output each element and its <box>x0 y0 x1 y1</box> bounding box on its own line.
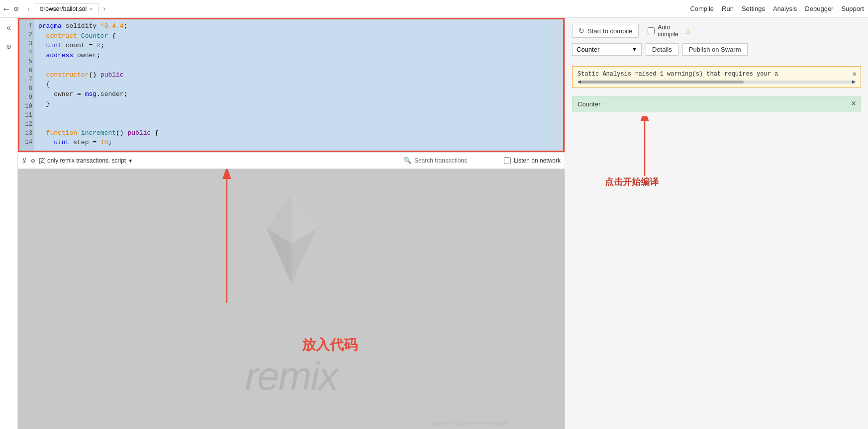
tab-area: ‹ browser/ballot.sol × › <box>24 3 684 14</box>
auto-compile-checkbox[interactable] <box>648 27 655 34</box>
compile-section: ↻ Start to compile Auto compile ⚠ Counte… <box>565 18 868 62</box>
circle-icon[interactable]: ⊙ <box>14 4 19 14</box>
details-button[interactable]: Details <box>646 43 678 56</box>
arrow-to-compile <box>565 116 868 429</box>
search-icon: 🔍 <box>403 157 411 165</box>
tx-search-area: 🔍 <box>403 157 494 165</box>
remix-watermark: remix <box>245 353 338 399</box>
dropdown-arrow-icon: ▼ <box>128 158 133 164</box>
annotation-cn-text: 放入代码 <box>302 337 358 352</box>
compile-row1: ↻ Start to compile Auto compile ⚠ <box>572 24 861 38</box>
sidebar-collapse-icon[interactable]: « <box>4 22 13 35</box>
click-compile-annotation: 点击开始编译 <box>605 176 659 188</box>
listen-checkbox[interactable] <box>504 157 511 164</box>
url-annotation: https://blog.csdn.net/vincheng01... <box>432 420 515 426</box>
editor-area: 1 2 3 4 5 6 7 8 9 10 11 12 13 14 pragma … <box>18 18 565 429</box>
tab-nav-right[interactable]: › <box>100 4 108 14</box>
select-arrow-icon: ▼ <box>632 46 637 52</box>
line-numbers: 1 2 3 4 5 6 7 8 9 10 11 12 13 14 <box>19 19 34 151</box>
tx-collapse-icon[interactable]: ⊻ <box>22 157 27 165</box>
tab-label: browser/ballot.sol <box>40 5 87 12</box>
sidebar: « ⊙ <box>0 18 18 429</box>
warning-close-btn[interactable]: ✕ <box>853 70 857 78</box>
eth-diamond-icon <box>252 189 331 288</box>
code-scrollbar[interactable] <box>558 19 563 151</box>
annotation-area: 点击开始编译 <box>565 116 868 429</box>
nav-compile[interactable]: Compile <box>690 5 714 12</box>
compile-btn-label: Start to compile <box>587 27 632 35</box>
active-tab[interactable]: browser/ballot.sol × <box>35 3 98 14</box>
contract-result-box: Counter ✕ <box>572 96 861 112</box>
scroll-right-btn[interactable]: ▶ <box>852 78 856 86</box>
nav-analysis[interactable]: Analysis <box>773 5 797 12</box>
search-input[interactable] <box>414 157 494 164</box>
tx-dropdown-label: [2] only remix transactions, script <box>39 157 126 164</box>
scroll-left-btn[interactable]: ◀ <box>578 78 581 86</box>
top-nav: Compile Run Settings Analysis Debugger S… <box>690 5 864 12</box>
code-content[interactable]: pragma solidity ^0.4.4; contract Counter… <box>34 19 563 151</box>
contract-name: Counter <box>577 46 599 53</box>
right-panel: ↻ Start to compile Auto compile ⚠ Counte… <box>565 18 868 429</box>
remix-canvas: remix 放入代码 https://blog.csdn.net/vinchen… <box>18 169 565 429</box>
sidebar-circle-icon[interactable]: ⊙ <box>4 40 13 54</box>
nav-debugger[interactable]: Debugger <box>805 5 833 12</box>
main-layout: « ⊙ 1 2 3 4 5 6 7 8 9 10 11 12 <box>0 18 868 429</box>
annotation-cn: 放入代码 <box>302 336 358 354</box>
compile-button[interactable]: ↻ Start to compile <box>572 24 639 38</box>
refresh-icon: ↻ <box>579 27 584 35</box>
top-bar-icons: ⟵ ⊙ <box>4 4 18 14</box>
scroll-thumb <box>581 81 744 84</box>
transaction-bar: ⊻ ⊙ [2] only remix transactions, script … <box>18 152 565 169</box>
scroll-track <box>581 81 852 84</box>
compile-row2: Counter ▼ Details Publish on Swarm <box>572 43 861 56</box>
publish-swarm-button[interactable]: Publish on Swarm <box>682 43 748 56</box>
contract-select[interactable]: Counter ▼ <box>572 43 642 56</box>
listen-label: Listen on network <box>514 157 561 164</box>
tx-settings-icon[interactable]: ⊙ <box>31 157 35 165</box>
listen-on-network: Listen on network <box>504 157 561 164</box>
tab-nav-left[interactable]: ‹ <box>24 4 32 14</box>
warning-triangle-icon: ⚠ <box>685 25 691 36</box>
nav-run[interactable]: Run <box>722 5 734 12</box>
contract-result-close-btn[interactable]: ✕ <box>851 99 857 107</box>
tab-close-btn[interactable]: × <box>90 6 93 12</box>
warning-scrollbar[interactable]: ◀ ▶ <box>578 81 856 84</box>
warning-text: Static Analysis raised 1 warning(s) that… <box>578 71 778 78</box>
warning-box: Static Analysis raised 1 warning(s) that… <box>572 66 861 88</box>
nav-settings[interactable]: Settings <box>742 5 765 12</box>
nav-support[interactable]: Support <box>841 5 864 12</box>
tx-filter-dropdown[interactable]: [2] only remix transactions, script ▼ <box>39 157 133 164</box>
auto-compile-label: Auto compile <box>658 24 678 38</box>
contract-result-label: Counter <box>578 100 600 108</box>
auto-compile-area: Auto compile <box>648 24 678 38</box>
code-editor[interactable]: 1 2 3 4 5 6 7 8 9 10 11 12 13 14 pragma … <box>18 18 565 152</box>
back-icon[interactable]: ⟵ <box>4 4 9 14</box>
top-bar: ⟵ ⊙ ‹ browser/ballot.sol × › Compile Run… <box>0 0 868 18</box>
